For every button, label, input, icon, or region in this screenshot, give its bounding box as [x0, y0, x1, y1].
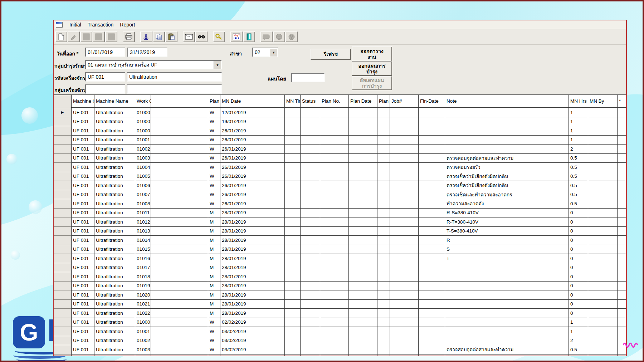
- cell-star[interactable]: [618, 272, 626, 282]
- cell-planby[interactable]: [377, 254, 390, 263]
- cell-star[interactable]: [618, 354, 626, 356]
- cell-note[interactable]: S: [445, 245, 569, 254]
- cell-mn[interactable]: Ultrafiltration: [94, 236, 135, 245]
- cell-date[interactable]: 28/01/2019: [220, 309, 285, 318]
- cell-hrs[interactable]: 0.5: [569, 190, 588, 200]
- cell-plan[interactable]: W: [208, 336, 220, 346]
- cell-planby[interactable]: [377, 209, 390, 218]
- cell-job[interactable]: [390, 126, 419, 136]
- cell-time[interactable]: [285, 227, 301, 236]
- cell-planno[interactable]: [320, 263, 349, 273]
- cell-date[interactable]: 26/01/2019: [220, 172, 285, 181]
- cell-findate[interactable]: [419, 327, 445, 336]
- cell-note[interactable]: [445, 126, 569, 136]
- cell-hrs[interactable]: 0.5: [569, 172, 588, 181]
- cell-plan[interactable]: M: [208, 263, 220, 273]
- cell-plandate[interactable]: [349, 136, 377, 145]
- cell-plan[interactable]: W: [208, 181, 220, 190]
- cell-plan[interactable]: M: [208, 300, 220, 309]
- key-button[interactable]: [213, 31, 225, 42]
- cell-desc[interactable]: Pressure Outlet Filter (P1)-Bar: [151, 272, 208, 282]
- cell-plan[interactable]: W: [208, 172, 220, 181]
- cell-desc[interactable]: ล้างทำความสะอาดกรองขนาด 1: [151, 126, 208, 136]
- cell-planby[interactable]: [377, 154, 390, 163]
- cell-star[interactable]: [618, 300, 626, 309]
- cell-job[interactable]: [390, 282, 419, 291]
- cell-findate[interactable]: [419, 117, 445, 127]
- cell-time[interactable]: [285, 236, 301, 245]
- cell-wc[interactable]: 01007: [135, 190, 151, 200]
- column-header-date[interactable]: MN Date: [220, 95, 285, 108]
- cell-time[interactable]: [285, 190, 301, 200]
- machine-group-input-2[interactable]: [127, 84, 222, 94]
- cell-wc[interactable]: 01016: [135, 254, 151, 263]
- cell-note[interactable]: [445, 136, 569, 145]
- cell-status[interactable]: [301, 245, 320, 254]
- cell-mn[interactable]: Ultrafiltration: [94, 199, 135, 209]
- row-selector[interactable]: [54, 163, 72, 172]
- cell-time[interactable]: [285, 245, 301, 254]
- cell-mc[interactable]: UF 001: [72, 126, 94, 136]
- cell-mn[interactable]: Ultrafiltration: [94, 354, 135, 356]
- cell-hrs[interactable]: 0.5: [569, 181, 588, 190]
- cell-planby[interactable]: [377, 145, 390, 154]
- cell-note[interactable]: R-S=380-410V: [445, 209, 569, 218]
- cell-time[interactable]: [285, 117, 301, 127]
- cell-planno[interactable]: [320, 227, 349, 236]
- cell-hrs[interactable]: 0: [569, 245, 588, 254]
- cell-findate[interactable]: [419, 209, 445, 218]
- cell-hrs[interactable]: 0: [569, 309, 588, 318]
- cell-time[interactable]: [285, 327, 301, 336]
- cell-mn[interactable]: Ultrafiltration: [94, 181, 135, 190]
- cell-star[interactable]: [618, 227, 626, 236]
- cell-planby[interactable]: [377, 117, 390, 127]
- cell-by[interactable]: [588, 145, 618, 154]
- cell-wc[interactable]: 01006: [135, 181, 151, 190]
- cell-date[interactable]: 28/01/2019: [220, 209, 285, 218]
- cell-time[interactable]: [285, 154, 301, 163]
- cell-date[interactable]: 28/01/2019: [220, 300, 285, 309]
- cell-job[interactable]: [390, 327, 419, 336]
- cell-status[interactable]: [301, 163, 320, 172]
- cell-planno[interactable]: [320, 309, 349, 318]
- cell-wc[interactable]: 01022: [135, 309, 151, 318]
- cell-status[interactable]: [301, 345, 320, 354]
- cell-planno[interactable]: [320, 117, 349, 127]
- cell-desc[interactable]: ล้างทำความสะอาดกรองขนาด 1: [151, 318, 208, 327]
- cell-time[interactable]: [285, 163, 301, 172]
- cell-job[interactable]: [390, 318, 419, 327]
- cell-wc[interactable]: 01021: [135, 300, 151, 309]
- cell-hrs[interactable]: 0: [569, 263, 588, 273]
- row-selector[interactable]: [54, 181, 72, 190]
- cell-by[interactable]: [588, 126, 618, 136]
- cell-desc[interactable]: ตู้ Control: [151, 154, 208, 163]
- row-selector[interactable]: [54, 282, 72, 291]
- column-header-plan[interactable]: Plan: [208, 95, 220, 108]
- cell-star[interactable]: [618, 181, 626, 190]
- cell-mc[interactable]: UF 001: [72, 136, 94, 145]
- cell-star[interactable]: [618, 172, 626, 181]
- menu-report[interactable]: Report: [117, 21, 138, 28]
- cell-note[interactable]: [445, 336, 569, 346]
- print-button[interactable]: [123, 31, 135, 42]
- cell-desc[interactable]: Pump Feed: [151, 172, 208, 181]
- cell-plandate[interactable]: [349, 263, 377, 273]
- cell-planno[interactable]: [320, 236, 349, 245]
- cell-mc[interactable]: UF 001: [72, 263, 94, 273]
- cell-note[interactable]: [445, 117, 569, 127]
- cell-wc[interactable]: 01013: [135, 227, 151, 236]
- cell-planno[interactable]: [320, 327, 349, 336]
- cell-date[interactable]: 26/01/2019: [220, 126, 285, 136]
- cell-mc[interactable]: UF 001: [72, 272, 94, 282]
- cell-planno[interactable]: [320, 172, 349, 181]
- cell-time[interactable]: [285, 290, 301, 300]
- cell-star[interactable]: [618, 108, 626, 117]
- copy-button[interactable]: [153, 31, 165, 42]
- row-selector[interactable]: [54, 309, 72, 318]
- cell-star[interactable]: [618, 318, 626, 327]
- row-selector[interactable]: [54, 172, 72, 181]
- menu-initial[interactable]: Initial: [66, 21, 84, 28]
- cell-hrs[interactable]: 0.5: [569, 345, 588, 354]
- cell-plandate[interactable]: [349, 254, 377, 263]
- cell-planno[interactable]: [320, 336, 349, 346]
